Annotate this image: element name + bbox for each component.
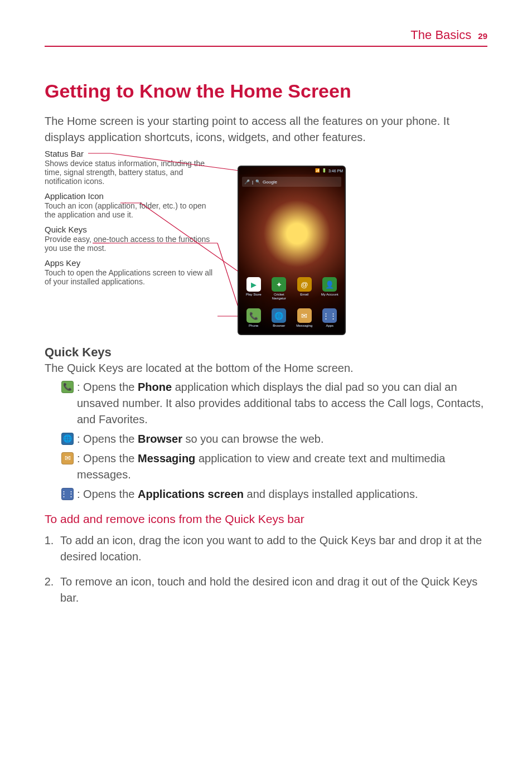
bold-term: Messaging xyxy=(138,452,195,464)
quick-key-item: 🌐: Opens the Browser so you can browse t… xyxy=(61,431,487,447)
app-label: Email xyxy=(293,293,316,299)
app-icon: 👤 xyxy=(322,277,337,292)
quick-keys-list: 📞: Opens the Phone application which dis… xyxy=(45,379,487,502)
page: The Basics 29 Getting to Know the Home S… xyxy=(0,0,532,765)
quick-key-item: ✉: Opens the Messaging application to vi… xyxy=(61,451,487,483)
quick-key-text: : Opens the Applications screen and disp… xyxy=(77,486,487,502)
app-label: Phone xyxy=(243,324,265,331)
phone-app-apps: ⋮⋮Apps xyxy=(318,308,341,331)
phone-search-bar: 🎤 | 🔍 Google xyxy=(242,177,341,187)
app-label: Messaging xyxy=(293,324,316,331)
bold-term: Phone xyxy=(138,381,172,393)
steps-list: To add an icon, drag the icon you want t… xyxy=(45,532,487,606)
phone-app-email: @Email xyxy=(293,277,316,299)
app-icon: ✉ xyxy=(297,308,312,323)
app-label: Cricket Navigator xyxy=(268,293,290,299)
phone-app-messaging: ✉Messaging xyxy=(293,308,316,331)
app-icon: 📞 xyxy=(246,308,261,323)
page-title: Getting to Know the Home Screen xyxy=(45,80,487,102)
phone-app-my-account: 👤My Account xyxy=(318,277,341,299)
status-time: 3:46 PM xyxy=(328,169,343,173)
callout-title: Application Icon xyxy=(45,191,217,201)
phone-quick-keys-row: 📞Phone🌐Browser✉Messaging⋮⋮Apps xyxy=(239,308,345,331)
bold-term: Browser xyxy=(138,433,182,445)
search-divider: | xyxy=(252,180,253,185)
phone-screenshot: 📶 🔋 3:46 PM 🎤 | 🔍 Google ▶Play Store✦Cri… xyxy=(238,166,346,335)
step-item: To add an icon, drag the icon you want t… xyxy=(57,532,487,565)
section-title: The Basics xyxy=(410,28,471,42)
app-label: Play Store xyxy=(243,293,265,299)
phone-app-cricket-navigator: ✦Cricket Navigator xyxy=(268,277,290,299)
quick-key-text: : Opens the Browser so you can browse th… xyxy=(77,431,487,447)
quick-key-text: : Opens the Phone application which disp… xyxy=(77,379,487,428)
quick-key-item: 📞: Opens the Phone application which dis… xyxy=(61,379,487,428)
app-label: My Account xyxy=(318,293,341,299)
leader-line xyxy=(88,151,243,173)
home-screen-diagram: Status Bar Shows device status informati… xyxy=(45,149,487,338)
quick-key-item: ⋮⋮: Opens the Applications screen and di… xyxy=(61,486,487,502)
quick-key-icon: 🌐 xyxy=(61,433,74,445)
quick-key-icon: ⋮⋮ xyxy=(61,488,74,500)
svg-line-1 xyxy=(110,153,243,171)
battery-icon: 🔋 xyxy=(322,168,327,173)
phone-app-row-1: ▶Play Store✦Cricket Navigator@Email👤My A… xyxy=(239,277,345,299)
phone-app-phone: 📞Phone xyxy=(243,308,265,331)
page-number: 29 xyxy=(478,31,487,41)
bold-term: Applications screen xyxy=(138,488,244,500)
magnifier-icon: 🔍 xyxy=(255,180,260,184)
app-icon: ▶ xyxy=(246,277,261,292)
page-header: The Basics 29 xyxy=(45,28,487,47)
signal-icon: 📶 xyxy=(315,168,320,173)
add-remove-heading: To add and remove icons from the Quick K… xyxy=(45,512,487,526)
app-icon: ⋮⋮ xyxy=(322,308,337,323)
quick-key-icon: ✉ xyxy=(61,452,74,464)
phone-status-bar: 📶 🔋 3:46 PM xyxy=(239,167,345,175)
quick-keys-heading: Quick Keys xyxy=(45,345,487,360)
quick-key-icon: 📞 xyxy=(61,381,74,393)
app-label: Browser xyxy=(268,324,290,331)
intro-paragraph: The Home screen is your starting point t… xyxy=(45,113,487,146)
mic-icon: 🎤 xyxy=(244,180,250,185)
quick-key-text: : Opens the Messaging application to vie… xyxy=(77,451,487,483)
leader-line xyxy=(93,241,242,319)
app-icon: ✦ xyxy=(272,277,286,292)
quick-keys-intro: The Quick Keys are located at the bottom… xyxy=(45,362,487,375)
search-placeholder: Google xyxy=(263,180,277,185)
phone-app-play-store: ▶Play Store xyxy=(243,277,265,299)
step-item: To remove an icon, touch and hold the de… xyxy=(57,574,487,606)
app-icon: 🌐 xyxy=(272,308,286,323)
phone-app-browser: 🌐Browser xyxy=(268,308,290,331)
app-label: Apps xyxy=(318,324,341,331)
app-icon: @ xyxy=(297,277,312,292)
